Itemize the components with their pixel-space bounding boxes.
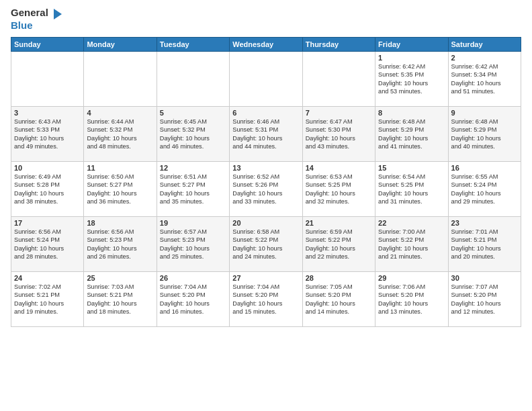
header: GeneralBlue General Blue — [11, 7, 521, 32]
calendar: SundayMondayTuesdayWednesdayThursdayFrid… — [11, 37, 521, 327]
day-number: 4 — [87, 109, 153, 117]
day-info: Sunrise: 6:48 AMSunset: 5:29 PMDaylight:… — [378, 118, 445, 151]
day-info: Sunrise: 6:46 AMSunset: 5:31 PMDaylight:… — [232, 118, 299, 151]
day-number: 25 — [87, 274, 153, 282]
day-info: Sunrise: 7:01 AMSunset: 5:21 PMDaylight:… — [451, 228, 518, 261]
day-info: Sunrise: 7:04 AMSunset: 5:20 PMDaylight:… — [232, 283, 299, 316]
day-info: Sunrise: 6:50 AMSunset: 5:27 PMDaylight:… — [87, 173, 153, 206]
empty-cell — [230, 52, 302, 107]
day-info: Sunrise: 6:47 AMSunset: 5:30 PMDaylight:… — [306, 118, 372, 151]
day-info: Sunrise: 6:49 AMSunset: 5:28 PMDaylight:… — [14, 173, 81, 206]
day-cell-3: 3Sunrise: 6:43 AMSunset: 5:33 PMDaylight… — [11, 107, 84, 162]
day-cell-7: 7Sunrise: 6:47 AMSunset: 5:30 PMDaylight… — [302, 107, 375, 162]
svg-marker-0 — [54, 9, 62, 19]
week-row-1: 1Sunrise: 6:42 AMSunset: 5:35 PMDaylight… — [11, 52, 521, 107]
day-number: 15 — [378, 164, 445, 172]
week-row-4: 17Sunrise: 6:56 AMSunset: 5:24 PMDayligh… — [11, 217, 521, 272]
day-cell-29: 29Sunrise: 7:06 AMSunset: 5:20 PMDayligh… — [375, 272, 448, 327]
day-info: Sunrise: 7:07 AMSunset: 5:20 PMDaylight:… — [451, 283, 518, 316]
day-number: 5 — [160, 109, 226, 117]
day-info: Sunrise: 6:56 AMSunset: 5:24 PMDaylight:… — [14, 228, 81, 261]
day-info: Sunrise: 6:55 AMSunset: 5:24 PMDaylight:… — [451, 173, 518, 206]
day-cell-10: 10Sunrise: 6:49 AMSunset: 5:28 PMDayligh… — [11, 162, 84, 217]
day-number: 6 — [232, 109, 299, 117]
day-number: 27 — [232, 274, 299, 282]
day-number: 24 — [14, 274, 81, 282]
weekday-header-row: SundayMondayTuesdayWednesdayThursdayFrid… — [11, 38, 521, 52]
page: GeneralBlue General Blue SundayMondayTue… — [0, 0, 532, 411]
day-info: Sunrise: 7:02 AMSunset: 5:21 PMDaylight:… — [14, 283, 81, 316]
day-number: 1 — [378, 54, 445, 62]
day-number: 19 — [160, 219, 226, 227]
day-cell-19: 19Sunrise: 6:57 AMSunset: 5:23 PMDayligh… — [157, 217, 229, 272]
day-cell-28: 28Sunrise: 7:05 AMSunset: 5:20 PMDayligh… — [302, 272, 375, 327]
day-info: Sunrise: 6:59 AMSunset: 5:22 PMDaylight:… — [306, 228, 372, 261]
day-number: 30 — [451, 274, 518, 282]
day-number: 28 — [306, 274, 372, 282]
day-number: 17 — [14, 219, 81, 227]
day-number: 26 — [160, 274, 226, 282]
day-number: 3 — [14, 109, 81, 117]
week-row-5: 24Sunrise: 7:02 AMSunset: 5:21 PMDayligh… — [11, 272, 521, 327]
day-number: 22 — [378, 219, 445, 227]
day-info: Sunrise: 6:42 AMSunset: 5:35 PMDaylight:… — [378, 62, 445, 96]
day-info: Sunrise: 7:03 AMSunset: 5:21 PMDaylight:… — [87, 283, 153, 316]
day-number: 12 — [160, 164, 226, 172]
day-info: Sunrise: 7:05 AMSunset: 5:20 PMDaylight:… — [306, 283, 372, 316]
weekday-header-thursday: Thursday — [302, 38, 375, 52]
day-number: 14 — [306, 164, 372, 172]
day-cell-1: 1Sunrise: 6:42 AMSunset: 5:35 PMDaylight… — [375, 52, 448, 107]
day-cell-5: 5Sunrise: 6:45 AMSunset: 5:32 PMDaylight… — [157, 107, 229, 162]
day-cell-18: 18Sunrise: 6:56 AMSunset: 5:23 PMDayligh… — [84, 217, 157, 272]
empty-cell — [84, 52, 157, 107]
day-cell-22: 22Sunrise: 7:00 AMSunset: 5:22 PMDayligh… — [375, 217, 448, 272]
day-number: 23 — [451, 219, 518, 227]
day-info: Sunrise: 6:43 AMSunset: 5:33 PMDaylight:… — [14, 118, 81, 151]
day-info: Sunrise: 6:44 AMSunset: 5:32 PMDaylight:… — [87, 118, 153, 151]
day-cell-27: 27Sunrise: 7:04 AMSunset: 5:20 PMDayligh… — [230, 272, 302, 327]
day-cell-24: 24Sunrise: 7:02 AMSunset: 5:21 PMDayligh… — [11, 272, 84, 327]
day-cell-8: 8Sunrise: 6:48 AMSunset: 5:29 PMDaylight… — [375, 107, 448, 162]
day-number: 13 — [232, 164, 299, 172]
day-number: 16 — [451, 164, 518, 172]
day-number: 7 — [306, 109, 372, 117]
week-row-2: 3Sunrise: 6:43 AMSunset: 5:33 PMDaylight… — [11, 107, 521, 162]
weekday-header-tuesday: Tuesday — [157, 38, 229, 52]
weekday-header-monday: Monday — [84, 38, 157, 52]
weekday-header-saturday: Saturday — [448, 38, 521, 52]
day-info: Sunrise: 6:53 AMSunset: 5:25 PMDaylight:… — [306, 173, 372, 206]
day-cell-26: 26Sunrise: 7:04 AMSunset: 5:20 PMDayligh… — [157, 272, 229, 327]
day-number: 10 — [14, 164, 81, 172]
day-cell-2: 2Sunrise: 6:42 AMSunset: 5:34 PMDaylight… — [448, 52, 521, 107]
day-info: Sunrise: 6:54 AMSunset: 5:25 PMDaylight:… — [378, 173, 445, 206]
weekday-header-wednesday: Wednesday — [230, 38, 302, 52]
weekday-header-friday: Friday — [375, 38, 448, 52]
empty-cell — [302, 52, 375, 107]
day-info: Sunrise: 6:51 AMSunset: 5:27 PMDaylight:… — [160, 173, 226, 206]
day-info: Sunrise: 6:58 AMSunset: 5:22 PMDaylight:… — [232, 228, 299, 261]
day-number: 29 — [378, 274, 445, 282]
day-info: Sunrise: 7:04 AMSunset: 5:20 PMDaylight:… — [160, 283, 226, 316]
day-number: 11 — [87, 164, 153, 172]
day-cell-17: 17Sunrise: 6:56 AMSunset: 5:24 PMDayligh… — [11, 217, 84, 272]
day-info: Sunrise: 7:06 AMSunset: 5:20 PMDaylight:… — [378, 283, 445, 316]
day-info: Sunrise: 6:57 AMSunset: 5:23 PMDaylight:… — [160, 228, 226, 261]
day-number: 9 — [451, 109, 518, 117]
day-cell-4: 4Sunrise: 6:44 AMSunset: 5:32 PMDaylight… — [84, 107, 157, 162]
week-row-3: 10Sunrise: 6:49 AMSunset: 5:28 PMDayligh… — [11, 162, 521, 217]
day-cell-23: 23Sunrise: 7:01 AMSunset: 5:21 PMDayligh… — [448, 217, 521, 272]
day-cell-13: 13Sunrise: 6:52 AMSunset: 5:26 PMDayligh… — [230, 162, 302, 217]
day-number: 21 — [306, 219, 372, 227]
day-cell-21: 21Sunrise: 6:59 AMSunset: 5:22 PMDayligh… — [302, 217, 375, 272]
day-cell-12: 12Sunrise: 6:51 AMSunset: 5:27 PMDayligh… — [157, 162, 229, 217]
day-cell-6: 6Sunrise: 6:46 AMSunset: 5:31 PMDaylight… — [230, 107, 302, 162]
day-cell-16: 16Sunrise: 6:55 AMSunset: 5:24 PMDayligh… — [448, 162, 521, 217]
day-info: Sunrise: 6:48 AMSunset: 5:29 PMDaylight:… — [451, 118, 518, 151]
day-info: Sunrise: 6:42 AMSunset: 5:34 PMDaylight:… — [451, 62, 518, 96]
logo-text: GeneralBlue — [11, 7, 62, 32]
day-number: 20 — [232, 219, 299, 227]
day-number: 2 — [451, 54, 518, 62]
day-info: Sunrise: 6:45 AMSunset: 5:32 PMDaylight:… — [160, 118, 226, 151]
weekday-header-sunday: Sunday — [11, 38, 84, 52]
day-cell-9: 9Sunrise: 6:48 AMSunset: 5:29 PMDaylight… — [448, 107, 521, 162]
